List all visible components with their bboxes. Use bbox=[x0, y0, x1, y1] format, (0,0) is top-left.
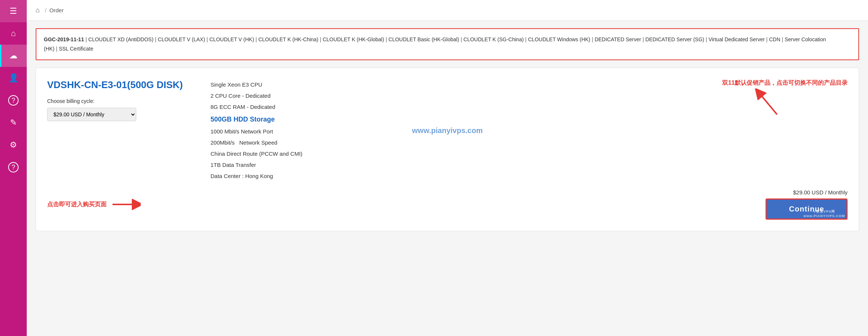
sidebar-item-help2[interactable]: ? bbox=[0, 156, 27, 178]
nav-item-cloudlet-k-sg: CLOUDLET K (SG-China) bbox=[463, 36, 523, 42]
cloud-icon: ☁ bbox=[9, 51, 17, 61]
spec-route: China Direct Route (PCCW and CMI) bbox=[211, 148, 848, 159]
breadcrumb-home-icon: ⌂ bbox=[36, 6, 40, 14]
btn-watermark: V便宜VPS网www.PIANYIVPS.COM bbox=[803, 209, 845, 218]
nav-item-cloudlet-k-hk-china: CLOUDLET K (HK-China) bbox=[258, 36, 319, 42]
svg-line-1 bbox=[758, 92, 777, 114]
breadcrumb-separator: / bbox=[45, 7, 46, 13]
price-summary: $29.00 USD / Monthly bbox=[793, 189, 848, 196]
breadcrumb-current: Order bbox=[49, 7, 63, 13]
nav-item-cloudlet-xd: CLOUDLET XD (AntiDDOS) bbox=[88, 36, 154, 42]
breadcrumb: ⌂ / Order bbox=[36, 6, 63, 14]
nav-item-cloudlet-basic: CLOUDLET Basic (HK-Global) bbox=[388, 36, 459, 42]
bottom-annotation: 点击即可进入购买页面 bbox=[47, 199, 141, 210]
arrow-right-icon bbox=[111, 199, 141, 210]
nav-item-cloudlet-v-lax: CLOUDLET V (LAX) bbox=[158, 36, 205, 42]
billing-label: Choose billing cycle: bbox=[47, 98, 196, 104]
nav-item-cloudlet-windows: CLOUDLET Windows (HK) bbox=[528, 36, 590, 42]
nav-item-cloudlet-v-hk: CLOUDLET V (HK) bbox=[209, 36, 254, 42]
sidebar-item-user[interactable]: 👤 bbox=[0, 67, 27, 89]
top-annotation: 双11默认促销产品，点击可切换不同的产品目录 bbox=[722, 79, 848, 118]
help-icon: ? bbox=[8, 95, 19, 106]
spec-network-speed: 200Mbit/s Network Speed bbox=[211, 137, 848, 148]
user-icon: 👤 bbox=[9, 73, 19, 83]
nav-item-vds: Virtual Dedicated Server bbox=[708, 36, 764, 42]
menu-icon: ☰ bbox=[10, 6, 17, 16]
continue-button[interactable]: Continue V便宜VPS网www.PIANYIVPS.COM bbox=[766, 198, 848, 220]
topbar: ⌂ / Order bbox=[27, 0, 868, 21]
billing-select[interactable]: $29.00 USD / Monthly bbox=[47, 108, 136, 121]
settings-icon: ⚙ bbox=[10, 140, 17, 150]
sidebar-item-settings[interactable]: ⚙ bbox=[0, 134, 27, 156]
nav-item-dedicated: DEDICATED Server bbox=[595, 36, 641, 42]
nav-item-ssl: SSL Certificate bbox=[59, 46, 93, 52]
annotation-bottom-text: 点击即可进入购买页面 bbox=[47, 201, 107, 209]
sidebar: ☰ ⌂ ☁ 👤 ? ✎ ⚙ ? bbox=[0, 0, 27, 336]
help2-icon: ? bbox=[8, 162, 19, 172]
edit-icon: ✎ bbox=[10, 118, 17, 127]
main-content: ⌂ / Order GGC-2019-11-11|CLOUDLET XD (An… bbox=[27, 0, 868, 336]
spec-datacenter: Data Center : Hong Kong bbox=[211, 171, 848, 182]
sidebar-item-help[interactable]: ? bbox=[0, 89, 27, 112]
nav-item-cloudlet-k-hk-global: CLOUDLET K (HK-Global) bbox=[323, 36, 384, 42]
annotation-top-text: 双11默认促销产品，点击可切换不同的产品目录 bbox=[722, 79, 848, 87]
spec-transfer: 1TB Data Transfer bbox=[211, 159, 848, 171]
sidebar-item-menu[interactable]: ☰ bbox=[0, 0, 27, 22]
spec-network-port: 1000 Mbit/s Network Port bbox=[211, 126, 848, 137]
product-title: VDSHK-CN-E3-01(500G DISK) bbox=[47, 79, 196, 91]
product-card-bottom: 点击即可进入购买页面 $29.00 USD / Monthly bbox=[47, 182, 848, 220]
product-nav-box[interactable]: GGC-2019-11-11|CLOUDLET XD (AntiDDOS)|CL… bbox=[36, 28, 859, 60]
sidebar-item-home[interactable]: ⌂ bbox=[0, 22, 27, 45]
sidebar-item-edit[interactable]: ✎ bbox=[0, 112, 27, 134]
product-left: VDSHK-CN-E3-01(500G DISK) Choose billing… bbox=[47, 79, 196, 182]
nav-item-dedicated-sg: DEDICATED Server (SG) bbox=[645, 36, 704, 42]
product-card: 双11默认促销产品，点击可切换不同的产品目录 bbox=[36, 68, 859, 231]
nav-item-cdn: CDN bbox=[769, 36, 780, 42]
sidebar-item-cloud[interactable]: ☁ bbox=[0, 45, 27, 67]
home-icon: ⌂ bbox=[11, 29, 16, 38]
nav-item-ggc: GGC-2019-11-11 bbox=[44, 36, 84, 42]
arrow-up-icon bbox=[755, 88, 781, 118]
content-area: GGC-2019-11-11|CLOUDLET XD (AntiDDOS)|CL… bbox=[27, 21, 868, 239]
